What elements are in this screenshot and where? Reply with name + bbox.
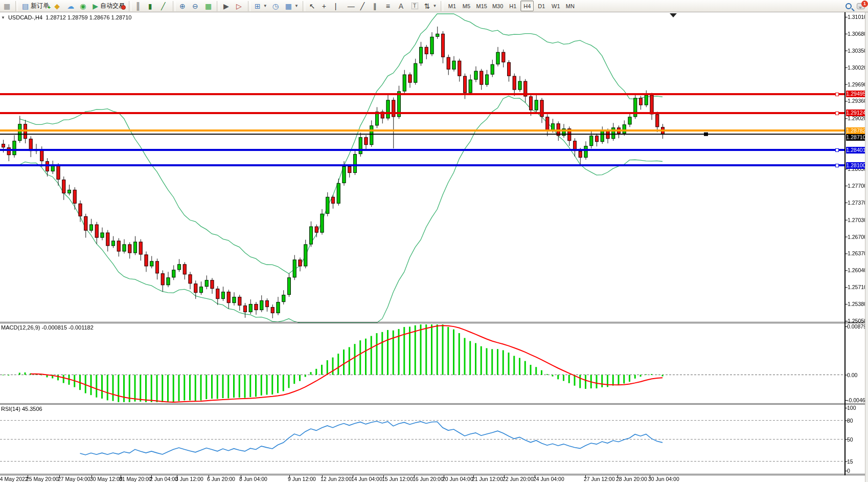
templates-dropdown[interactable]: ▦▼: [283, 1, 301, 11]
horizontal-line-tool: —: [348, 3, 355, 10]
candlestick-chart-icon: ▮: [148, 3, 152, 10]
auto-scroll-icon: ▶: [223, 3, 229, 10]
zoom-out-icon: ⊖: [192, 3, 198, 10]
gold-icon[interactable]: ◆: [52, 1, 64, 11]
signals-icon: ◉: [80, 3, 86, 10]
arrows-dropdown[interactable]: ⇅▼: [422, 1, 439, 11]
timeframe-m15[interactable]: M15: [474, 1, 489, 11]
channel-tool[interactable]: ∥: [371, 1, 383, 11]
text-tool: A: [399, 3, 403, 10]
toolbar-separator: [441, 1, 443, 11]
dropdown-caret-icon: ▼: [294, 4, 299, 8]
auto-scroll-icon[interactable]: ▶: [221, 1, 233, 11]
timeframe-h4[interactable]: H4: [520, 1, 534, 11]
horizontal-line-tool[interactable]: —: [346, 1, 357, 11]
chart-canvas[interactable]: [0, 0, 868, 482]
crosshair-tool: +: [322, 3, 326, 10]
zoom-out-icon[interactable]: ⊖: [190, 1, 202, 11]
new-order-button-label: 新订单: [31, 2, 49, 10]
line-chart-icon[interactable]: ╱: [159, 1, 171, 11]
toolbar-groups: ▦▤新订单◆☁◉▶自动交易║▮╱⊕⊖▦▶▷⊞▼◷▦▼↖+|—╱∥≡AT⇅▼M1M…: [0, 0, 578, 12]
toolbar-separator: [173, 1, 175, 11]
crosshair-tool[interactable]: +: [320, 1, 332, 11]
toolbar-separator: [303, 1, 305, 11]
dropdown-caret-icon: ▼: [433, 4, 437, 8]
fibonacci-tool[interactable]: ≡: [384, 1, 396, 11]
arrows-dropdown: ⇅: [424, 3, 430, 10]
window-scrollbar[interactable]: [865, 12, 868, 482]
timeframe-h1[interactable]: H1: [506, 1, 519, 11]
timeframe-mn[interactable]: MN: [563, 1, 577, 11]
cursor-tool[interactable]: ↖: [307, 1, 319, 11]
timeframe-m1[interactable]: M1: [445, 1, 459, 11]
zoom-in-icon[interactable]: ⊕: [177, 1, 189, 11]
mt4-window: ▦▤新订单◆☁◉▶自动交易║▮╱⊕⊖▦▶▷⊞▼◷▦▼↖+|—╱∥≡AT⇅▼M1M…: [0, 0, 868, 482]
toolbar-right: 1: [846, 3, 868, 9]
window-menu-icon: ▦: [4, 3, 10, 10]
profiles-clock-icon: ◷: [272, 3, 279, 10]
new-chart-dropdown: ⊞: [255, 3, 261, 10]
zoom-in-icon: ⊕: [179, 3, 186, 10]
toolbar-separator: [15, 1, 18, 11]
autotrading-button[interactable]: ▶自动交易: [90, 1, 127, 11]
toolbar-separator: [217, 1, 219, 11]
bar-chart-icon[interactable]: ║: [133, 1, 145, 11]
vertical-line-tool: |: [335, 3, 337, 10]
tile-windows-icon: ▦: [205, 3, 212, 10]
main-toolbar: ▦▤新订单◆☁◉▶自动交易║▮╱⊕⊖▦▶▷⊞▼◷▦▼↖+|—╱∥≡AT⇅▼M1M…: [0, 0, 868, 12]
timeframe-w1[interactable]: W1: [549, 1, 562, 11]
label-tool[interactable]: T: [409, 1, 421, 11]
toolbar-separator: [129, 1, 131, 11]
timeframe-m5[interactable]: M5: [460, 1, 473, 11]
autotrading-button-label: 自动交易: [100, 2, 125, 10]
new-chart-dropdown[interactable]: ⊞▼: [253, 1, 269, 11]
charts-cloud-icon[interactable]: ☁: [65, 1, 77, 11]
toolbar-separator: [248, 1, 250, 11]
dropdown-caret-icon: ▼: [263, 4, 267, 8]
search-icon[interactable]: [846, 3, 852, 9]
charts-cloud-icon: ☁: [67, 3, 74, 10]
chart-shift-icon[interactable]: ▷: [234, 1, 246, 11]
new-order-button[interactable]: ▤新订单: [20, 1, 51, 11]
signals-icon[interactable]: ◉: [78, 1, 89, 11]
templates-dropdown: ▦: [285, 3, 292, 10]
tile-windows-icon[interactable]: ▦: [203, 1, 215, 11]
channel-tool: ∥: [373, 3, 377, 10]
vertical-line-tool[interactable]: |: [333, 1, 345, 11]
text-tool[interactable]: A: [397, 1, 408, 11]
candlestick-chart-icon[interactable]: ▮: [146, 1, 158, 11]
cursor-tool: ↖: [309, 3, 315, 10]
gold-icon: ◆: [54, 3, 60, 10]
trendline-tool[interactable]: ╱: [358, 1, 370, 11]
window-menu-icon[interactable]: ▦: [2, 1, 13, 11]
autotrading-button: ▶: [93, 3, 98, 10]
label-tool: T: [412, 3, 418, 9]
trendline-tool: ╱: [360, 3, 364, 10]
timeframe-m30[interactable]: M30: [490, 1, 505, 11]
timeframe-d1[interactable]: D1: [535, 1, 548, 11]
profiles-clock-icon[interactable]: ◷: [270, 1, 282, 11]
bar-chart-icon: ║: [135, 3, 141, 10]
notification-badge: 1: [861, 1, 868, 7]
notifications-icon[interactable]: 1: [857, 3, 865, 9]
line-chart-icon: ╱: [161, 3, 165, 10]
chart-shift-icon: ▷: [236, 3, 242, 10]
new-order-button: ▤: [22, 3, 29, 10]
fibonacci-tool: ≡: [386, 3, 390, 10]
